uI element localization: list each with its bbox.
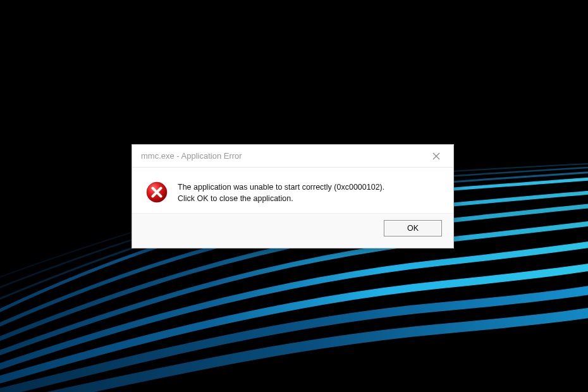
dialog-body: The application was unable to start corr… (132, 168, 453, 213)
dialog-titlebar[interactable]: mmc.exe - Application Error (132, 145, 453, 168)
desktop: mmc.exe - Application Error (0, 0, 588, 392)
dialog-message-line2: Click OK to close the application. (178, 193, 384, 204)
close-button[interactable] (423, 147, 450, 165)
dialog-message-line1: The application was unable to start corr… (178, 181, 384, 193)
dialog-title: mmc.exe - Application Error (141, 151, 242, 161)
dialog-message: The application was unable to start corr… (178, 181, 384, 204)
dialog-button-row: OK (132, 213, 453, 248)
error-icon (146, 181, 168, 203)
close-icon (432, 152, 440, 160)
error-dialog: mmc.exe - Application Error (132, 144, 454, 248)
ok-button[interactable]: OK (384, 220, 442, 236)
